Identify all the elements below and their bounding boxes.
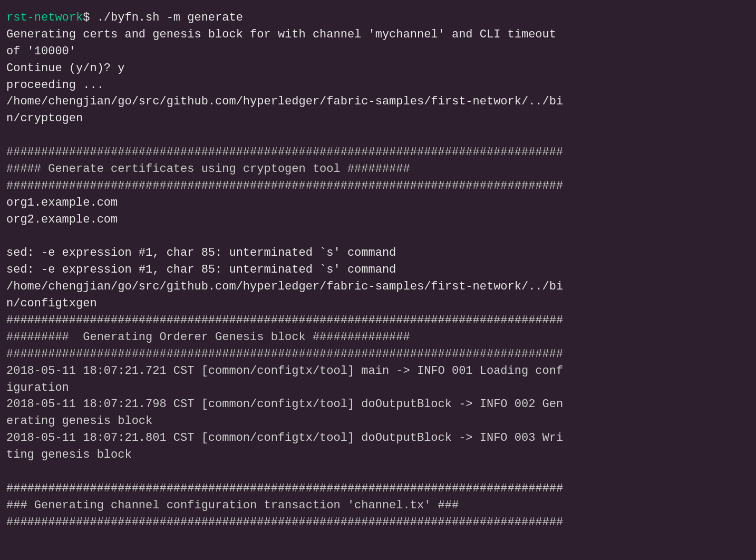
terminal-line: 2018-05-11 18:07:21.798 CST [common/conf… [6, 396, 750, 413]
terminal-line: proceeding ... [6, 77, 750, 94]
terminal-window: rst-network$ ./byfn.sh -m generateGenera… [0, 5, 756, 535]
terminal-line: rst-network$ ./byfn.sh -m generate [6, 9, 750, 26]
terminal-line: 2018-05-11 18:07:21.801 CST [common/conf… [6, 430, 750, 447]
terminal-line: /home/chengjian/go/src/github.com/hyperl… [6, 278, 750, 295]
terminal-line: Continue (y/n)? y [6, 60, 750, 77]
terminal-line: ting genesis block [6, 447, 750, 464]
terminal-line: 2018-05-11 18:07:21.721 CST [common/conf… [6, 363, 750, 380]
terminal-line: org2.example.com [6, 211, 750, 228]
terminal-line: ########################################… [6, 312, 750, 329]
terminal-line: /home/chengjian/go/src/github.com/hyperl… [6, 93, 750, 110]
terminal-line: ########################################… [6, 514, 750, 531]
terminal-line: ########################################… [6, 480, 750, 497]
terminal-line: sed: -e expression #1, char 85: untermin… [6, 262, 750, 278]
terminal-line: ##### Generate certificates using crypto… [6, 161, 750, 178]
terminal-line: ######### Generating Orderer Genesis blo… [6, 329, 750, 346]
terminal-line: org1.example.com [6, 195, 750, 211]
terminal-line: erating genesis block [6, 413, 750, 430]
terminal-line: ########################################… [6, 178, 750, 195]
terminal-line: iguration [6, 380, 750, 397]
terminal-line: ### Generating channel configuration tra… [6, 497, 750, 514]
terminal-line: n/cryptogen [6, 110, 750, 127]
terminal-line: Generating certs and genesis block for w… [6, 26, 750, 43]
terminal-line: ########################################… [6, 346, 750, 363]
terminal-line: sed: -e expression #1, char 85: untermin… [6, 245, 750, 262]
terminal-line: of '10000' [6, 43, 750, 60]
terminal-line: n/configtxgen [6, 295, 750, 312]
terminal-line: ########################################… [6, 144, 750, 161]
